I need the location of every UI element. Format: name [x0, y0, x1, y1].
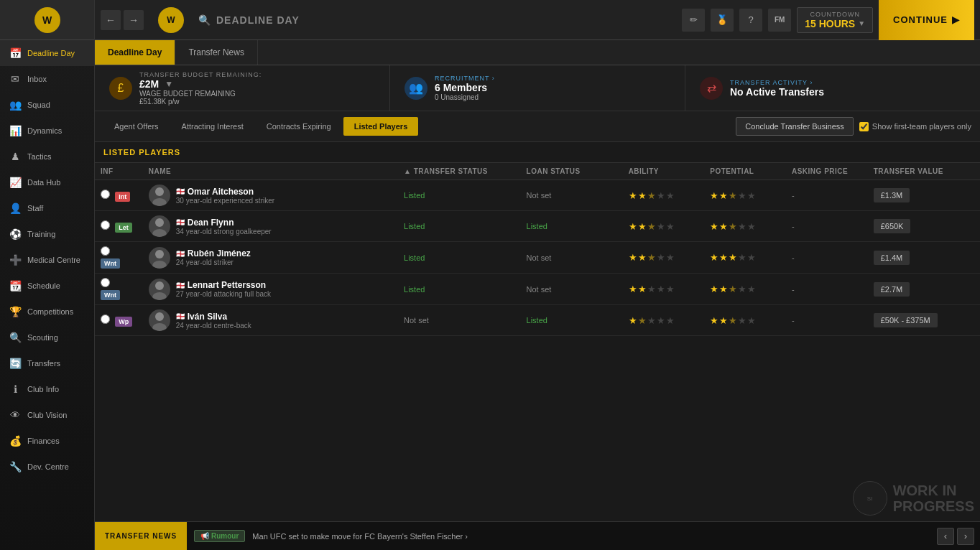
- player-select-radio[interactable]: [101, 190, 110, 199]
- listed-players-section: LISTED PLAYERS INF NAME ▲ TRANSFER STATU…: [95, 142, 980, 336]
- data-hub-icon: 📈: [9, 177, 22, 188]
- sidebar-item-data-hub[interactable]: 📈 Data Hub: [0, 169, 94, 195]
- recruitment-label[interactable]: RECRUITMENT ›: [435, 75, 495, 82]
- recruit-icon: 👥: [405, 77, 427, 100]
- sidebar-item-club-vision[interactable]: 👁 Club Vision: [0, 402, 94, 428]
- tab-listed-players[interactable]: Listed Players: [343, 117, 419, 136]
- sidebar-item-scouting[interactable]: 🔍 Scouting: [0, 325, 94, 350]
- sidebar-item-dev-centre[interactable]: 🔧 Dev. Centre: [0, 454, 94, 480]
- loan-status-cell: Not set: [521, 180, 623, 211]
- finances-icon: 💰: [9, 435, 22, 447]
- asking-price-cell: -: [786, 242, 868, 274]
- show-first-team-input[interactable]: [859, 122, 869, 131]
- sidebar-item-label: Dev. Centre: [27, 462, 69, 471]
- transfer-value-value: £2.7M: [874, 282, 910, 297]
- sidebar-item-schedule[interactable]: 📆 Schedule: [0, 273, 94, 299]
- player-name-cell: 🏴󠁧󠁢󠁥󠁮󠁧󠁿 Rubén Jiménez 24 year-old strike…: [143, 242, 398, 274]
- sidebar-item-training[interactable]: ⚽ Training: [0, 221, 94, 247]
- news-rumour-badge: 📢 Rumour: [194, 530, 245, 542]
- player-badge: Let: [115, 223, 132, 233]
- sidebar-item-deadline-day[interactable]: 📅 Deadline Day: [0, 40, 94, 66]
- wip-watermark: SI WORK INPROGRESS: [847, 475, 980, 521]
- asking-price-cell: -: [786, 305, 868, 336]
- player-description: 24 year-old striker: [176, 258, 251, 266]
- player-description: 34 year-old strong goalkeeper: [176, 228, 272, 236]
- player-name: Rubén Jiménez: [188, 248, 251, 258]
- sidebar-item-club-info[interactable]: ℹ Club Info: [0, 376, 94, 402]
- player-select-radio[interactable]: [101, 220, 110, 230]
- sidebar-item-tactics[interactable]: ♟ Tactics: [0, 144, 94, 169]
- news-nav: ‹ ›: [937, 528, 980, 545]
- sidebar-item-staff[interactable]: 👤 Staff: [0, 195, 94, 221]
- col-header-transfer-value: TRANSFER VALUE: [868, 163, 980, 180]
- wage-budget-label: WAGE BUDGET REMAINING: [139, 90, 262, 98]
- budget-dropdown-icon[interactable]: ▼: [165, 79, 173, 89]
- news-next-button[interactable]: ›: [957, 528, 974, 545]
- player-select-radio[interactable]: [101, 314, 110, 324]
- table-row[interactable]: Int 🏴󠁧󠁢󠁥󠁮󠁧󠁿 Omar Aitcheson 30 year-old e…: [95, 180, 980, 211]
- transfer-value-value: £1.4M: [874, 251, 910, 265]
- tab-agent-offers[interactable]: Agent Offers: [103, 117, 170, 136]
- deadline-day-icon: 📅: [9, 47, 22, 59]
- tab-transfer-news[interactable]: Transfer News: [175, 40, 258, 65]
- sidebar-item-transfers[interactable]: 🔄 Transfers: [0, 350, 94, 376]
- rumour-label: Rumour: [211, 532, 239, 540]
- sidebar-item-competitions[interactable]: 🏆 Competitions: [0, 299, 94, 325]
- forward-button[interactable]: →: [124, 10, 144, 30]
- col-header-inf: INF: [95, 163, 143, 180]
- player-avatar: [149, 247, 170, 269]
- player-select-radio[interactable]: [101, 278, 110, 287]
- topbar: ← → W 🔍 DEADLINE DAY ✏ 🏅 ? FM COUNTDOWN …: [95, 0, 980, 40]
- sub-tabs: Deadline Day Transfer News: [95, 40, 980, 65]
- staff-icon: 👤: [9, 202, 22, 214]
- rumour-icon: 📢: [200, 532, 209, 540]
- player-name-cell: 🏴󠁧󠁢󠁥󠁮󠁧󠁿 Iván Silva 24 year-old centre-ba…: [143, 305, 398, 336]
- asking-price-value: -: [792, 316, 795, 325]
- countdown-box: COUNTDOWN 15 HOURS ▼: [797, 7, 873, 33]
- potential-cell: ★★★★★: [704, 305, 786, 336]
- countdown-value: 15 HOURS: [805, 18, 855, 29]
- achievements-button[interactable]: 🏅: [711, 9, 734, 32]
- continue-button[interactable]: CONTINUE ▶: [879, 0, 974, 40]
- club-badge-top[interactable]: W: [158, 7, 184, 33]
- sidebar-logo: W: [0, 0, 94, 40]
- news-text[interactable]: Man UFC set to make move for FC Bayern's…: [252, 532, 468, 541]
- budget-value: £2M: [139, 78, 159, 90]
- page-title: DEADLINE DAY: [216, 14, 300, 26]
- sidebar-item-label: Competitions: [27, 307, 73, 316]
- player-description: 24 year-old centre-back: [176, 322, 251, 330]
- ability-cell: ★★★★★: [623, 180, 705, 211]
- edit-button[interactable]: ✏: [682, 9, 705, 32]
- svg-point-0: [155, 187, 164, 196]
- ability-cell: ★★★★★: [623, 242, 705, 274]
- news-prev-button[interactable]: ‹: [937, 528, 954, 545]
- col-header-loan-status: LOAN STATUS: [521, 163, 623, 180]
- sidebar-item-dynamics[interactable]: 📊 Dynamics: [0, 118, 94, 144]
- tab-deadline-day[interactable]: Deadline Day: [95, 40, 175, 65]
- table-row[interactable]: Wnt 🏴󠁧󠁢󠁥󠁮󠁧󠁿 Lennart Pettersson 27 year-o…: [95, 274, 980, 305]
- sidebar-item-finances[interactable]: 💰 Finances: [0, 428, 94, 454]
- help-button[interactable]: ?: [739, 9, 762, 32]
- countdown-dropdown-icon[interactable]: ▼: [858, 19, 865, 27]
- table-row[interactable]: Wp 🏴󠁧󠁢󠁥󠁮󠁧󠁿 Iván Silva 24 year-old centre…: [95, 305, 980, 336]
- transfer-status-value: Listed: [404, 191, 425, 200]
- back-button[interactable]: ←: [101, 10, 121, 30]
- sidebar-item-medical-centre[interactable]: ➕ Medical Centre: [0, 247, 94, 273]
- table-row[interactable]: Let 🏴󠁧󠁢󠁥󠁮󠁧󠁿 Dean Flynn 34 year-old stron…: [95, 211, 980, 242]
- show-first-team-checkbox[interactable]: Show first-team players only: [859, 122, 971, 131]
- sidebar-item-inbox[interactable]: ✉ Inbox: [0, 66, 94, 92]
- fm-button[interactable]: FM: [768, 9, 791, 32]
- col-header-transfer-status[interactable]: ▲ TRANSFER STATUS: [398, 163, 521, 180]
- sidebar-item-label: Inbox: [27, 75, 47, 83]
- tab-contracts-expiring[interactable]: Contracts Expiring: [256, 117, 342, 136]
- sidebar-item-squad[interactable]: 👥 Squad: [0, 92, 94, 118]
- tab-attracting-interest[interactable]: Attracting Interest: [171, 117, 254, 136]
- player-select-radio[interactable]: [101, 246, 110, 256]
- player-avatar: [149, 185, 170, 206]
- transfer-status-cell: Listed: [398, 242, 521, 274]
- transfer-activity-label[interactable]: TRANSFER ACTIVITY ›: [730, 79, 824, 86]
- conclude-transfer-button[interactable]: Conclude Transfer Business: [736, 117, 854, 136]
- loan-status-cell: Listed: [521, 305, 623, 336]
- player-name: Lennart Pettersson: [188, 280, 266, 290]
- table-row[interactable]: Wnt 🏴󠁧󠁢󠁥󠁮󠁧󠁿 Rubén Jiménez 24 year-old st…: [95, 242, 980, 274]
